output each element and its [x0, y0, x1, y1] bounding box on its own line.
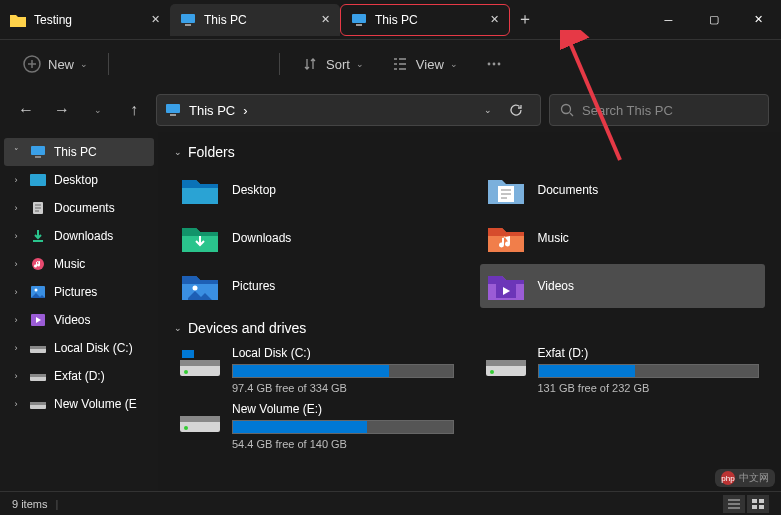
sidebar-item-newvolume[interactable]: › New Volume (E: [4, 390, 154, 418]
icons-view-button[interactable]: [747, 495, 769, 513]
expand-icon[interactable]: ›: [10, 343, 22, 353]
drive-name: New Volume (E:): [232, 402, 454, 416]
more-button[interactable]: [474, 48, 514, 80]
drive-name: Exfat (D:): [538, 346, 760, 360]
group-drives-header[interactable]: ⌄ Devices and drives: [174, 320, 765, 336]
svg-rect-36: [180, 360, 220, 366]
folder-documents[interactable]: Documents: [480, 168, 766, 212]
sidebar-item-desktop[interactable]: › Desktop: [4, 166, 154, 194]
sidebar-item-documents[interactable]: › Documents: [4, 194, 154, 222]
sidebar-label: Pictures: [54, 285, 97, 299]
folder-videos[interactable]: Videos: [480, 264, 766, 308]
expand-icon[interactable]: ›: [10, 203, 22, 213]
expand-icon[interactable]: ›: [10, 371, 22, 381]
svg-rect-2: [352, 14, 366, 23]
monitor-icon: [351, 12, 367, 28]
forward-button[interactable]: →: [48, 96, 76, 124]
close-button[interactable]: ✕: [736, 0, 781, 40]
expand-icon[interactable]: ›: [10, 287, 22, 297]
search-box[interactable]: Search This PC: [549, 94, 769, 126]
copy-button[interactable]: [145, 54, 165, 74]
expand-icon[interactable]: ›: [10, 259, 22, 269]
sidebar-item-videos[interactable]: › Videos: [4, 306, 154, 334]
drive-free-text: 54.4 GB free of 140 GB: [232, 438, 454, 450]
close-icon[interactable]: ✕: [490, 13, 499, 26]
view-icon: [390, 54, 410, 74]
svg-rect-15: [166, 104, 180, 113]
drive-exfat-d[interactable]: Exfat (D:) 131 GB free of 232 GB: [480, 344, 766, 396]
close-icon[interactable]: ✕: [151, 13, 160, 26]
main-area: ˅ This PC › Desktop › Documents › Downlo…: [0, 132, 781, 491]
tab-label: Testing: [34, 13, 72, 27]
folder-pictures[interactable]: Pictures: [174, 264, 460, 308]
expand-icon[interactable]: ›: [10, 175, 22, 185]
svg-point-33: [193, 286, 198, 291]
sidebar-label: New Volume (E: [54, 397, 137, 411]
monitor-icon: [180, 12, 196, 28]
window-controls: ─ ▢ ✕: [646, 0, 781, 40]
breadcrumb-separator: ›: [243, 103, 247, 118]
add-tab-button[interactable]: ＋: [510, 9, 540, 30]
view-button[interactable]: View ⌄: [380, 48, 468, 80]
ellipsis-icon: [484, 54, 504, 74]
svg-point-44: [184, 426, 188, 430]
sort-button[interactable]: Sort ⌄: [290, 48, 374, 80]
close-icon[interactable]: ✕: [321, 13, 330, 26]
svg-point-13: [492, 63, 495, 66]
folder-label: Desktop: [232, 183, 276, 197]
svg-rect-0: [181, 14, 195, 23]
content-pane: ⌄ Folders Desktop Documents Downloads Mu…: [158, 132, 781, 491]
documents-folder-icon: [486, 174, 526, 206]
sidebar-item-music[interactable]: › Music: [4, 250, 154, 278]
rename-button[interactable]: A: [197, 54, 217, 74]
sidebar-item-pictures[interactable]: › Pictures: [4, 278, 154, 306]
paste-button[interactable]: [171, 54, 191, 74]
tab-thispc-2[interactable]: This PC ✕: [340, 4, 510, 36]
disk-icon: [30, 396, 46, 412]
details-view-button[interactable]: [723, 495, 745, 513]
drive-newvolume-e[interactable]: New Volume (E:) 54.4 GB free of 140 GB: [174, 400, 460, 452]
tab-label: This PC: [204, 13, 247, 27]
expand-icon[interactable]: ›: [10, 315, 22, 325]
sidebar-label: Local Disk (C:): [54, 341, 133, 355]
drive-local-c[interactable]: Local Disk (C:) 97.4 GB free of 334 GB: [174, 344, 460, 396]
expand-icon[interactable]: ›: [10, 399, 22, 409]
disk-icon: [30, 368, 46, 384]
sidebar-label: Documents: [54, 201, 115, 215]
back-button[interactable]: ←: [12, 96, 40, 124]
pictures-icon: [30, 284, 46, 300]
sort-label: Sort: [326, 57, 350, 72]
sidebar-label: This PC: [54, 145, 97, 159]
refresh-button[interactable]: [500, 103, 532, 117]
new-button[interactable]: New ⌄: [12, 48, 98, 80]
svg-point-24: [35, 289, 38, 292]
expand-icon[interactable]: ›: [10, 231, 22, 241]
expand-icon[interactable]: ˅: [10, 147, 22, 157]
sidebar-item-downloads[interactable]: › Downloads: [4, 222, 154, 250]
share-button[interactable]: [223, 54, 243, 74]
folder-music[interactable]: Music: [480, 216, 766, 260]
tab-thispc-1[interactable]: This PC ✕: [170, 4, 340, 36]
downloads-folder-icon: [180, 222, 220, 254]
svg-point-41: [490, 370, 494, 374]
recent-button[interactable]: ⌄: [84, 96, 112, 124]
svg-rect-1: [185, 24, 191, 26]
sidebar-item-exfat[interactable]: › Exfat (D:): [4, 362, 154, 390]
tab-testing[interactable]: Testing ✕: [0, 4, 170, 36]
group-label: Folders: [188, 144, 235, 160]
delete-button[interactable]: [249, 54, 269, 74]
address-bar[interactable]: This PC › ⌄: [156, 94, 541, 126]
new-button-label: New: [48, 57, 74, 72]
maximize-button[interactable]: ▢: [691, 0, 736, 40]
chevron-down-icon[interactable]: ⌄: [484, 105, 492, 115]
search-placeholder: Search This PC: [582, 103, 673, 118]
sidebar-item-localdisk[interactable]: › Local Disk (C:): [4, 334, 154, 362]
cut-button[interactable]: [119, 54, 139, 74]
sidebar-item-thispc[interactable]: ˅ This PC: [4, 138, 154, 166]
up-button[interactable]: ↑: [120, 96, 148, 124]
minimize-button[interactable]: ─: [646, 0, 691, 40]
group-folders-header[interactable]: ⌄ Folders: [174, 144, 765, 160]
disk-icon: [30, 340, 46, 356]
folder-downloads[interactable]: Downloads: [174, 216, 460, 260]
folder-desktop[interactable]: Desktop: [174, 168, 460, 212]
